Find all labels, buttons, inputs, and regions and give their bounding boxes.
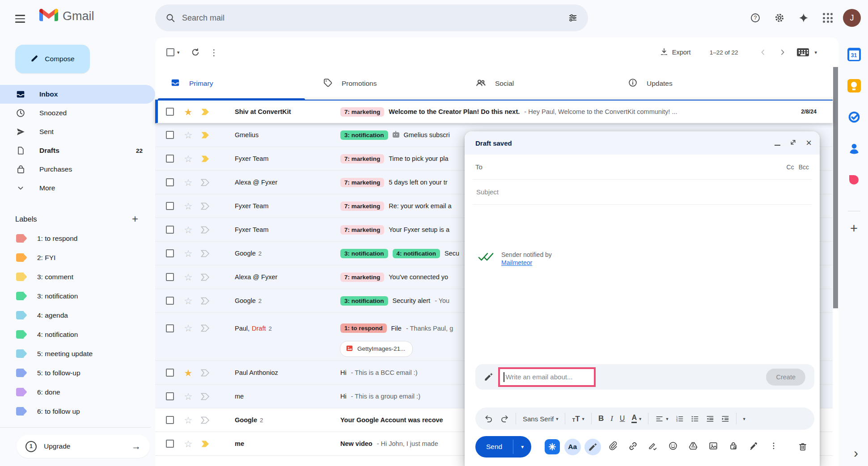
row-checkbox[interactable] (166, 178, 174, 186)
importance-marker[interactable] (201, 226, 212, 234)
minimize-button[interactable] (775, 140, 780, 146)
bulleted-list-button[interactable] (690, 415, 699, 423)
sidebar-label-4-notification[interactable]: 4: notification (0, 325, 155, 344)
importance-marker[interactable] (201, 155, 212, 163)
row-checkbox[interactable] (166, 297, 174, 305)
row-checkbox[interactable] (166, 108, 174, 116)
keep-button[interactable] (847, 79, 861, 93)
row-checkbox[interactable] (166, 440, 174, 448)
signature-button[interactable] (644, 437, 662, 456)
indent-less-button[interactable] (706, 415, 714, 423)
row-checkbox[interactable] (166, 416, 174, 424)
select-dropdown-icon[interactable]: ▾ (177, 50, 180, 55)
send-options-button[interactable]: ▾ (513, 436, 531, 458)
font-family-button[interactable]: Sans Serif▾ (523, 415, 558, 423)
input-tools-button[interactable]: ▾ (797, 48, 817, 56)
confidential-button[interactable] (724, 437, 743, 456)
sidebar-item-sent[interactable]: Sent (0, 122, 155, 141)
insert-image-button[interactable] (704, 437, 723, 456)
label-chip[interactable]: 3: notification (340, 249, 388, 258)
importance-marker[interactable] (201, 369, 212, 377)
row-checkbox[interactable] (166, 155, 174, 163)
star-toggle[interactable]: ☆ (183, 225, 194, 235)
more-options-button[interactable] (764, 437, 783, 456)
write-email-input[interactable]: Write an email about... (506, 373, 573, 381)
sidebar-label-3-notification[interactable]: 3: notification (0, 286, 155, 306)
calendar-button[interactable]: 31 (847, 47, 861, 62)
settings-button[interactable] (769, 7, 790, 29)
label-chip[interactable]: 3: notification (340, 296, 388, 306)
importance-marker[interactable] (201, 416, 212, 424)
compose-button[interactable]: Compose (15, 45, 90, 73)
more-formatting-button[interactable]: ▾ (743, 416, 745, 421)
mailmeteor-button[interactable] (543, 437, 562, 456)
label-chip[interactable]: 7: marketing (340, 202, 384, 211)
row-checkbox[interactable] (166, 249, 174, 257)
font-size-button[interactable]: TT▾ (572, 415, 584, 423)
star-toggle[interactable]: ★ (183, 368, 194, 378)
importance-marker[interactable] (201, 297, 212, 305)
attach-button[interactable] (603, 437, 622, 456)
row-checkbox[interactable] (166, 131, 174, 139)
label-chip[interactable]: 4: notification (393, 249, 440, 258)
sidebar-label-2-fyi[interactable]: 2: FYI (0, 248, 155, 267)
tab-updates[interactable]: Updates (613, 67, 765, 100)
refresh-button[interactable] (186, 43, 205, 62)
discard-draft-button[interactable] (793, 437, 813, 457)
send-button[interactable]: Send (475, 436, 513, 458)
row-checkbox[interactable] (166, 392, 174, 400)
mailmeteor-link[interactable]: Mailmeteor (501, 259, 552, 266)
align-button[interactable]: ▾ (655, 415, 668, 423)
cc-button[interactable]: Cc (787, 164, 794, 171)
ink-pen-button[interactable] (744, 437, 763, 456)
star-toggle[interactable]: ☆ (183, 439, 194, 449)
sidebar-label-6-to-follow-up[interactable]: 6: to follow up (0, 402, 155, 421)
star-toggle[interactable]: ☆ (183, 416, 194, 425)
close-button[interactable]: × (806, 138, 812, 148)
importance-marker[interactable] (201, 393, 212, 400)
sidebar-item-drafts[interactable]: Drafts22 (0, 141, 155, 160)
importance-marker[interactable] (201, 131, 212, 139)
add-label-button[interactable]: + (132, 213, 138, 225)
more-button[interactable]: ⋮ (205, 43, 224, 62)
font-options-button[interactable]: Aa (563, 437, 582, 456)
label-chip[interactable]: 7: marketing (340, 273, 384, 282)
row-checkbox[interactable] (166, 273, 174, 281)
star-toggle[interactable]: ☆ (183, 392, 194, 401)
select-all-checkbox[interactable] (166, 48, 174, 56)
sidebar-item-snoozed[interactable]: Snoozed (0, 104, 155, 122)
sidebar-label-3-comment[interactable]: 3: comment (0, 267, 155, 286)
star-toggle[interactable]: ☆ (183, 296, 194, 306)
to-field[interactable]: To Cc Bcc (473, 155, 812, 180)
star-toggle[interactable]: ☆ (183, 130, 194, 140)
importance-marker[interactable] (201, 440, 212, 448)
row-checkbox[interactable] (166, 202, 174, 210)
importance-marker[interactable] (201, 273, 212, 281)
tab-social[interactable]: Social (460, 67, 613, 100)
newer-page-button[interactable] (753, 42, 773, 62)
popout-button[interactable] (789, 139, 797, 148)
mailmeteor-addon-button[interactable] (847, 172, 861, 187)
help-button[interactable]: ? (745, 7, 766, 29)
star-toggle[interactable]: ☆ (183, 249, 194, 258)
search-options-icon[interactable] (562, 7, 584, 29)
text-color-button[interactable]: A▾ (631, 414, 641, 423)
importance-marker[interactable] (201, 108, 212, 116)
collapse-panel-button[interactable]: › (854, 445, 858, 461)
sidebar-item-more[interactable]: More (0, 179, 155, 197)
star-toggle[interactable]: ☆ (183, 323, 194, 333)
subject-field[interactable] (473, 180, 812, 205)
email-row[interactable]: ★Shiv at ConvertKit7: marketingWelcome t… (155, 100, 833, 123)
sidebar-label-5-to-follow-up[interactable]: 5: to follow-up (0, 363, 155, 382)
help-me-write-button[interactable] (583, 437, 602, 456)
label-chip[interactable]: 7: marketing (340, 178, 384, 187)
account-avatar[interactable]: J (841, 7, 863, 29)
sidebar-label-6-done[interactable]: 6: done (0, 382, 155, 402)
gemini-button[interactable] (793, 7, 814, 29)
attachment-chip[interactable]: GettyImages-21... (340, 341, 413, 357)
search-icon[interactable] (160, 7, 181, 29)
importance-marker[interactable] (201, 202, 212, 210)
bcc-button[interactable]: Bcc (799, 164, 809, 171)
tab-promotions[interactable]: Promotions (308, 67, 460, 100)
sidebar-item-purchases[interactable]: Purchases (0, 160, 155, 179)
